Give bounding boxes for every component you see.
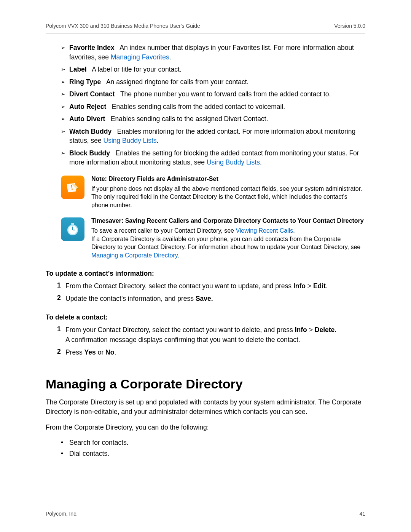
bullet-dot-icon: • [61, 450, 69, 458]
step-bold: Delete [315, 326, 335, 334]
link-managing-favorites[interactable]: Managing Favorites [111, 53, 169, 61]
timesaver-text: To save a recent caller to your Contact … [91, 227, 365, 259]
step-item: 2 Press Yes or No. [57, 348, 365, 357]
bullet-dot-icon: • [61, 439, 69, 447]
section-heading: Managing a Corporate Directory [46, 377, 365, 391]
step-post: . [326, 282, 328, 290]
step-body: Press Yes or No. [65, 348, 365, 357]
bullet-text: The phone number you want to forward cal… [120, 90, 331, 98]
bullet-term: Label [69, 66, 87, 73]
note-text: If your phone does not display all the a… [91, 185, 365, 209]
step-body: From your Contact Directory, select the … [65, 325, 365, 345]
bullet-item: ➢ Divert Contact The phone number you wa… [61, 89, 365, 99]
timesaver-body: Timesaver: Saving Recent Callers and Cor… [91, 217, 365, 259]
header-right: Version 5.0.0 [334, 23, 365, 29]
bullet-body: Block Buddy Enables the setting for bloc… [69, 149, 365, 167]
step-text: Press [65, 348, 84, 356]
bullet-suffix: . [157, 137, 159, 144]
step-item: 1 From your Contact Directory, select th… [57, 325, 365, 345]
footer-right: 41 [359, 511, 365, 517]
timesaver-title: Timesaver: Saving Recent Callers and Cor… [91, 217, 365, 224]
link-buddy-lists[interactable]: Using Buddy Lists [104, 137, 157, 144]
arrow-right-icon: ➢ [61, 114, 69, 124]
bullet-item: ➢ Block Buddy Enables the setting for bl… [61, 149, 365, 167]
update-heading: To update a contact's information: [46, 270, 365, 278]
list-item: • Search for contacts. [61, 439, 365, 447]
step-post: . [335, 326, 336, 334]
bullet-body: Auto Divert Enables sending calls to the… [69, 114, 365, 124]
list-item: • Dial contacts. [61, 450, 365, 458]
bullet-suffix: . [260, 158, 262, 166]
section-para: The Corporate Directory is set up and po… [46, 398, 365, 417]
step-text: From your Contact Directory, select the … [65, 326, 295, 334]
step-bold: Save. [196, 295, 213, 302]
bullet-item: ➢ Label A label or title for your contac… [61, 65, 365, 74]
bullet-text: Enables sending calls from the added con… [112, 103, 285, 110]
step-mid: or [96, 348, 105, 356]
bullet-item: ➢ Favorite Index An index number that di… [61, 43, 365, 62]
page-footer: Polycom, Inc. 41 [46, 511, 365, 517]
bullet-suffix: . [169, 53, 171, 61]
section-para: From the Corporate Directory, you can do… [46, 423, 365, 432]
step-bold: No [105, 348, 114, 356]
step-extra: A confirmation message displays confirmi… [65, 336, 300, 343]
bullet-body: Favorite Index An index number that disp… [69, 43, 365, 62]
note-title: Note: Directory Fields are Administrator… [91, 176, 365, 182]
bullet-item: ➢ Watch Buddy Enables monitoring for the… [61, 127, 365, 145]
step-number: 2 [57, 294, 65, 304]
delete-steps: 1 From your Contact Directory, select th… [57, 325, 365, 357]
step-bold: Info [295, 326, 307, 334]
step-post: . [114, 348, 116, 356]
timesaver-line2-prefix: If a Corporate Directory is available on… [91, 236, 360, 251]
arrow-right-icon: ➢ [61, 89, 69, 99]
step-text: From the Contact Directory, select the c… [65, 282, 293, 290]
page-header: Polycom VVX 300 and 310 Business Media P… [46, 23, 365, 33]
link-viewing-recent-calls[interactable]: Viewing Recent Calls [236, 227, 293, 234]
timesaver-line1-suffix: . [293, 227, 295, 234]
timesaver-line2-suffix: . [177, 252, 179, 259]
timesaver-callout: Timesaver: Saving Recent Callers and Cor… [61, 217, 365, 259]
step-text: Update the contact's information, and pr… [65, 295, 196, 302]
link-buddy-lists[interactable]: Using Buddy Lists [207, 158, 260, 166]
timesaver-icon [61, 217, 84, 241]
arrow-right-icon: ➢ [61, 149, 69, 167]
arrow-right-icon: ➢ [61, 65, 69, 74]
step-bold: Yes [84, 348, 96, 356]
bullet-body: Label A label or title for your contact. [69, 65, 365, 74]
bullet-term: Favorite Index [69, 44, 115, 51]
bullet-term: Block Buddy [69, 149, 110, 157]
bullet-item: ➢ Auto Divert Enables sending calls to t… [61, 114, 365, 124]
link-managing-corp-dir[interactable]: Managing a Corporate Directory [91, 252, 177, 259]
field-bullet-list: ➢ Favorite Index An index number that di… [61, 43, 365, 167]
bullet-text: Enables sending calls to the assigned Di… [111, 115, 268, 123]
step-body: From the Contact Directory, select the c… [65, 281, 365, 291]
svg-rect-4 [71, 223, 74, 225]
bullet-text: A label or title for your contact. [92, 66, 181, 73]
page: Polycom VVX 300 and 310 Business Media P… [0, 0, 411, 532]
header-rule [46, 33, 365, 34]
bullet-text: An assigned ringtone for calls from your… [106, 78, 249, 86]
step-body: Update the contact's information, and pr… [65, 294, 365, 304]
delete-heading: To delete a contact: [46, 313, 365, 321]
bullet-term: Watch Buddy [69, 128, 112, 135]
note-body: Note: Directory Fields are Administrator… [91, 176, 365, 209]
footer-left: Polycom, Inc. [46, 511, 78, 517]
corp-dir-list: • Search for contacts. • Dial contacts. [61, 439, 365, 458]
list-text: Dial contacts. [69, 450, 109, 458]
note-icon: ! [61, 176, 84, 199]
bullet-term: Divert Contact [69, 90, 115, 98]
bullet-term: Auto Reject [69, 103, 106, 110]
step-bold: Info [293, 282, 306, 290]
bullet-body: Watch Buddy Enables monitoring for the a… [69, 127, 365, 145]
bullet-term: Ring Type [69, 78, 101, 86]
bullet-item: ➢ Ring Type An assigned ringtone for cal… [61, 77, 365, 87]
bullet-body: Auto Reject Enables sending calls from t… [69, 102, 365, 112]
arrow-right-icon: ➢ [61, 77, 69, 87]
step-number: 1 [57, 281, 65, 291]
step-item: 1 From the Contact Directory, select the… [57, 281, 365, 291]
arrow-right-icon: ➢ [61, 43, 69, 62]
bullet-item: ➢ Auto Reject Enables sending calls from… [61, 102, 365, 112]
arrow-right-icon: ➢ [61, 102, 69, 112]
header-left: Polycom VVX 300 and 310 Business Media P… [46, 23, 200, 29]
step-number: 1 [57, 325, 65, 345]
